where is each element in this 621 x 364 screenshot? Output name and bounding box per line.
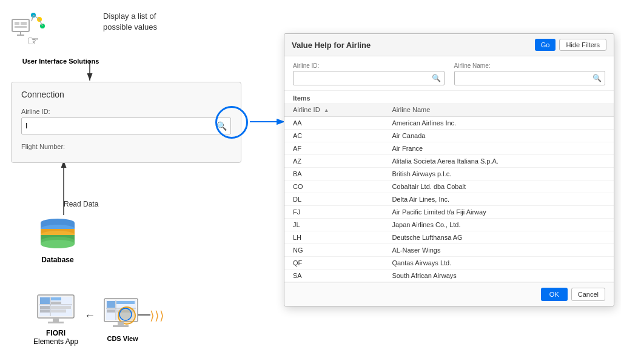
airline-id-value-help-icon[interactable]: 🔍 [217,121,227,131]
svg-text:☞: ☞ [27,33,39,48]
table-row[interactable]: JLJapan Airlines Co., Ltd. [284,219,614,231]
cell-airline-id: AF [284,142,383,155]
cell-airline-id: BA [284,168,383,180]
table-row[interactable]: LHDeutsche Lufthansa AG [284,231,614,244]
svg-rect-48 [107,309,115,313]
airline-id-filter-label: Airline ID: [293,62,445,69]
airline-id-filter-input-row[interactable]: 🔍 [293,71,445,85]
airline-id-filter: Airline ID: 🔍 [293,62,445,85]
table-row[interactable]: COCobaltair Ltd. dba Cobalt [284,180,614,193]
airline-id-label: Airline ID: [21,108,231,115]
cell-airline-id: FJ [284,206,383,219]
airline-name-filter-input-row[interactable]: 🔍 [454,71,606,85]
col-header-airline-id[interactable]: Airline ID ▲ [284,103,383,117]
read-data-label: Read Data [64,200,98,208]
cell-airline-name: South African Airways [383,270,614,282]
svg-rect-38 [51,306,71,309]
table-row[interactable]: SASouth African Airways [284,270,614,282]
airline-id-filter-input[interactable] [297,74,432,82]
fiori-label: FIORI Elements App [33,329,78,346]
cell-airline-name: Air Pacific Limited t/a Fiji Airway [383,206,614,219]
table-row[interactable]: QFQantas Airways Ltd. [284,257,614,270]
dialog-table: Airline ID ▲ Airline Name AAAmerican Air… [284,103,614,282]
cell-airline-id: AC [284,130,383,142]
svg-rect-52 [118,322,124,325]
cell-airline-id: LH [284,231,383,244]
dialog-footer: OK Cancel [284,282,614,306]
cell-airline-id: CO [284,180,383,193]
cell-airline-id: SA [284,270,383,282]
cell-airline-id: AZ [284,155,383,168]
table-row[interactable]: FJAir Pacific Limited t/a Fiji Airway [284,206,614,219]
cell-airline-name: Japan Airlines Co., Ltd. [383,219,614,231]
svg-rect-7 [12,19,29,31]
airline-id-input[interactable] [25,122,217,130]
go-button[interactable]: Go [535,39,556,51]
airline-name-filter: Airline Name: 🔍 [454,62,606,85]
cds-container: CDS View [101,297,144,342]
svg-rect-35 [51,302,61,304]
cell-airline-name: British Airways p.l.c. [383,168,614,180]
airline-id-filter-icon: 🔍 [432,74,441,82]
dialog-items-label: Items [284,91,614,103]
dialog-filters: Airline ID: 🔍 Airline Name: 🔍 [284,56,614,91]
svg-rect-47 [116,301,135,304]
svg-rect-10 [15,26,27,28]
table-row[interactable]: AFAir France [284,142,614,155]
svg-rect-34 [51,297,61,300]
cancel-button[interactable]: Cancel [571,288,605,301]
cell-airline-id: JL [284,219,383,231]
svg-rect-36 [40,306,50,309]
cell-airline-name: Air France [383,142,614,155]
table-row[interactable]: ACAir Canada [284,130,614,142]
table-header-row: Airline ID ▲ Airline Name [284,103,614,117]
airline-name-filter-icon: 🔍 [592,74,602,82]
ok-button[interactable]: OK [541,288,568,301]
col-header-airline-name[interactable]: Airline Name [383,103,614,117]
database-icon-container: Database [36,218,79,264]
cell-airline-id: AA [284,117,383,130]
connection-title: Connection [21,90,231,99]
table-row[interactable]: AZAlitalia Societa Aerea Italiana S.p.A. [284,155,614,168]
airline-id-field[interactable]: 🔍 [21,117,231,134]
dialog-header: Value Help for Airline Go Hide Filters [284,34,614,56]
sort-icon-airline-id: ▲ [324,107,329,113]
wavy-arrows: ⟩⟩⟩ [150,308,164,323]
uis-label: User Interface Solutions [6,58,115,65]
cell-airline-name: Air Canada [383,130,614,142]
airline-name-filter-input[interactable] [458,74,593,82]
annotation-text: Display a list of possible values [103,11,157,33]
dialog-table-wrapper[interactable]: Airline ID ▲ Airline Name AAAmerican Air… [284,103,614,282]
svg-rect-40 [53,318,59,322]
table-row[interactable]: AAAmerican Airlines Inc. [284,117,614,130]
cell-airline-name: American Airlines Inc. [383,117,614,130]
svg-rect-39 [51,309,66,313]
cell-airline-name: Deutsche Lufthansa AG [383,231,614,244]
table-row[interactable]: NGAL-Naser Wings [284,244,614,257]
svg-rect-46 [107,301,115,308]
cell-airline-id: DL [284,193,383,206]
cell-airline-name: Qantas Airways Ltd. [383,257,614,270]
svg-rect-33 [40,297,50,304]
svg-point-51 [119,308,132,320]
fiori-container: FIORI Elements App [33,294,78,346]
database-label: Database [36,256,79,264]
cell-airline-name: Cobaltair Ltd. dba Cobalt [383,180,614,193]
bottom-row: FIORI Elements App ← CDS View ⟩⟩⟩ [33,294,164,346]
cell-airline-name: AL-Naser Wings [383,244,614,257]
svg-rect-41 [48,322,64,323]
svg-rect-37 [40,309,50,313]
cds-to-fiori-arrow: ← [84,309,95,322]
cell-airline-id: QF [284,257,383,270]
svg-rect-9 [21,22,27,25]
cell-airline-id: NG [284,244,383,257]
cell-airline-name: Delta Air Lines, Inc. [383,193,614,206]
table-row[interactable]: BABritish Airways p.l.c. [284,168,614,180]
table-body: AAAmerican Airlines Inc.ACAir CanadaAFAi… [284,117,614,282]
table-row[interactable]: DLDelta Air Lines, Inc. [284,193,614,206]
dialog-title: Value Help for Airline [292,41,371,50]
cds-label: CDS View [101,335,144,342]
value-help-dialog: Value Help for Airline Go Hide Filters A… [284,33,614,306]
hide-filters-button[interactable]: Hide Filters [559,39,606,51]
svg-point-28 [41,240,75,248]
